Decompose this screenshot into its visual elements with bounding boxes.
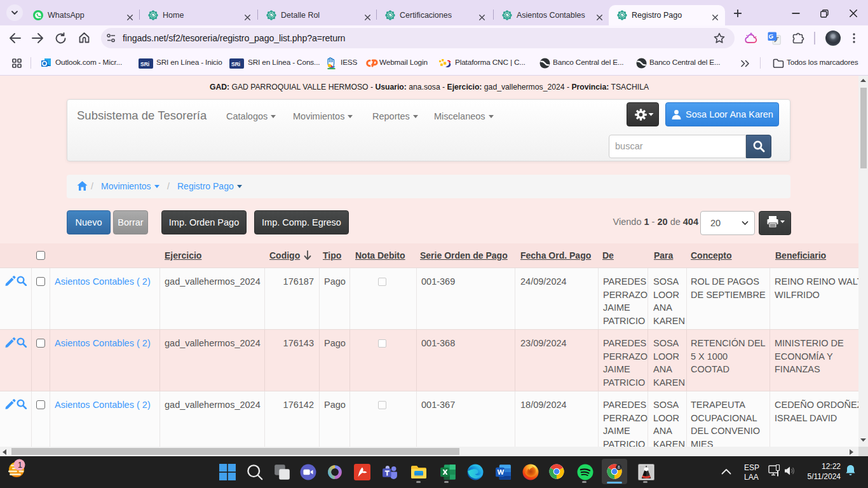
svg-text:SRi: SRi — [140, 61, 149, 67]
svg-text:1: 1 — [18, 461, 22, 470]
svg-text:SRi: SRi — [231, 61, 240, 67]
